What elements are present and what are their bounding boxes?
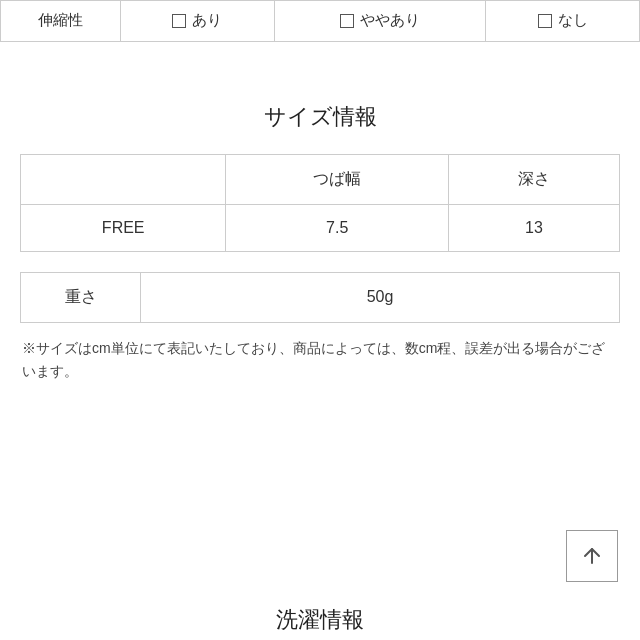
weight-value: 50g	[141, 272, 620, 322]
stretch-table: 伸縮性 あり ややあり	[0, 0, 640, 42]
stretch-label: 伸縮性	[1, 1, 121, 42]
size-row-label: FREE	[21, 204, 226, 251]
checkbox-icon	[172, 14, 186, 28]
weight-label: 重さ	[21, 272, 141, 322]
spacer-1	[0, 42, 640, 102]
table-header-row: つば幅 深さ	[21, 154, 620, 204]
spacer-2	[20, 252, 620, 272]
checkbox-icon	[538, 14, 552, 28]
stretch-section: 伸縮性 あり ややあり	[0, 0, 640, 42]
weight-row: 重さ 50g	[21, 272, 620, 322]
size-depth-value: 13	[449, 204, 620, 251]
size-section-title: サイズ情報	[0, 102, 640, 132]
size-table: つば幅 深さ FREE 7.5 13	[20, 154, 620, 252]
col-header-blank	[21, 154, 226, 204]
size-brim-value: 7.5	[226, 204, 449, 251]
weight-table: 重さ 50g	[20, 272, 620, 323]
wash-section-title: 洗濯情報	[0, 605, 640, 635]
col-header-depth: 深さ	[449, 154, 620, 204]
stretch-option-3-label: なし	[558, 11, 588, 30]
stretch-option-2: ややあり	[274, 1, 486, 42]
arrow-up-icon	[580, 544, 604, 568]
table-row: 伸縮性 あり ややあり	[1, 1, 640, 42]
back-to-top-button[interactable]	[566, 530, 618, 582]
size-note: ※サイズはcm単位にて表記いたしており、商品によっては、数cm程、誤差が出る場合…	[0, 323, 640, 385]
stretch-option-1-label: あり	[192, 11, 222, 30]
size-table-wrapper: つば幅 深さ FREE 7.5 13 重さ 50g	[0, 154, 640, 323]
table-row: FREE 7.5 13	[21, 204, 620, 251]
col-header-brim: つば幅	[226, 154, 449, 204]
stretch-option-1: あり	[121, 1, 275, 42]
stretch-option-2-label: ややあり	[360, 11, 420, 30]
stretch-option-3: なし	[486, 1, 640, 42]
checkbox-icon	[340, 14, 354, 28]
page-container: 伸縮性 あり ややあり	[0, 0, 640, 640]
